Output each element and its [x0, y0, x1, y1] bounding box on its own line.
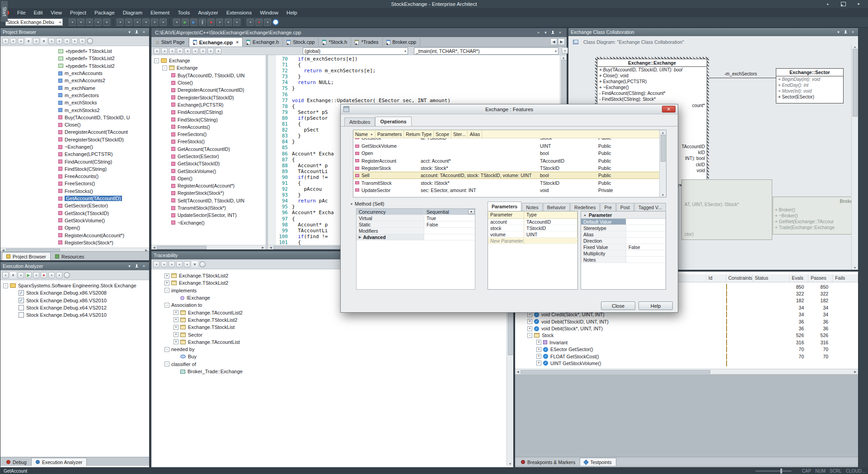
dropdown-icon[interactable]: [10, 272, 16, 278]
trace-item[interactable]: - classifier of: [151, 361, 513, 368]
copy-icon[interactable]: [125, 19, 132, 26]
record-icon[interactable]: [255, 19, 263, 26]
new-diagram-icon[interactable]: [10, 38, 16, 44]
dropdown-icon[interactable]: [41, 38, 47, 44]
find-icon[interactable]: [56, 38, 62, 44]
step-icon[interactable]: [56, 272, 62, 278]
config-checkbox[interactable]: [19, 305, 24, 310]
menu-item[interactable]: Diagram: [119, 8, 146, 17]
scroll-left-icon[interactable]: ◀: [151, 245, 157, 250]
tree-item[interactable]: Buy(TAccountID, TStockID, U: [0, 114, 149, 121]
grid-column-header[interactable]: Scope: [434, 130, 451, 138]
tree-item[interactable]: Sell(TAccountID, TStockID, UIN: [151, 197, 266, 204]
menu-item[interactable]: Analyzer: [194, 8, 222, 17]
config-checkbox[interactable]: [19, 312, 24, 318]
tree-item[interactable]: GetAccount(TAccountID): [151, 145, 266, 153]
property-row[interactable]: Notes: [581, 257, 666, 263]
pause-icon[interactable]: [199, 19, 206, 26]
step-into-icon[interactable]: [216, 19, 223, 26]
parameter-row[interactable]: volume UINT: [488, 231, 577, 238]
indent-icon[interactable]: [207, 48, 214, 54]
grid-column-header[interactable]: Ster...: [451, 130, 468, 138]
scope-combo[interactable]: (global)▾: [303, 47, 408, 55]
broker-class-box[interactable]: Broker: + Broker()+ ~Broker()+ GetNet(Ex…: [773, 197, 858, 235]
step-over-icon[interactable]: [225, 19, 232, 26]
tree-item[interactable]: DeregisterAccount(TAccount: [0, 128, 149, 136]
analyzer-config-item[interactable]: Stock Exchange.Debug.x86.VS2008: [0, 289, 149, 296]
scroll-right-icon[interactable]: ▶: [260, 245, 266, 250]
tree-item[interactable]: m_exchAccounts2: [0, 77, 149, 84]
column-header[interactable]: Passes: [808, 274, 833, 282]
property-row[interactable]: Multiplicity: [581, 250, 666, 257]
tree-item[interactable]: - Exchange: [151, 57, 266, 64]
tab-start[interactable]: Start: [1, 1, 8, 22]
tab-close-icon[interactable]: ×: [236, 40, 239, 45]
operation-row[interactable]: GetStockVolume UINT Public: [353, 142, 666, 150]
testpoint-row[interactable]: + ✓ void Debit(Stock*, UINT, INT) 36 36: [515, 325, 858, 332]
operation-row[interactable]: Open bool Public: [353, 150, 666, 157]
bookmark-icon[interactable]: [192, 48, 198, 54]
trace-item[interactable]: + Sector: [151, 331, 513, 338]
tree-item[interactable]: m_exchStocks: [0, 99, 149, 106]
window-icon[interactable]: [264, 19, 271, 26]
dropdown-icon[interactable]: ▼: [468, 209, 474, 214]
dialog-subtab[interactable]: Pre: [600, 203, 615, 211]
column-header[interactable]: Constraints: [726, 274, 753, 282]
menu-item[interactable]: Project: [66, 8, 90, 17]
dropdown-icon[interactable]: [25, 38, 32, 44]
analyzer-config-item[interactable]: Stock Exchange.Debug.x86.VS2010: [0, 297, 149, 304]
tree-item[interactable]: «typedef» TStockList2: [0, 62, 149, 70]
tree-item[interactable]: FindStock(CString): [0, 165, 149, 173]
menu-item[interactable]: Package: [90, 8, 119, 17]
tree-item[interactable]: «typedef» TStockList: [0, 47, 149, 55]
save-icon[interactable]: [77, 19, 84, 26]
profile-icon[interactable]: [33, 272, 39, 278]
panel-menu-icon[interactable]: ▾: [127, 29, 132, 35]
collapse-icon[interactable]: [79, 38, 85, 44]
testpoint-row[interactable]: + ✓ Invariant 316 316: [515, 339, 858, 346]
file-tab[interactable]: Start Page: [152, 38, 189, 47]
file-tab[interactable]: Broker.cpp: [383, 38, 421, 47]
print-icon[interactable]: [86, 19, 93, 26]
dialog-button[interactable]: Close: [601, 301, 635, 310]
column-header[interactable]: Status: [753, 274, 790, 282]
menu-item[interactable]: Window: [256, 8, 282, 17]
scroll-down-icon[interactable]: ▼: [660, 192, 666, 197]
tree-item[interactable]: GetStockVolume(): [0, 217, 149, 224]
panel-pin-icon[interactable]: [134, 29, 140, 35]
tree-item[interactable]: RegisterAccount(Account*): [0, 231, 149, 239]
tree-item[interactable]: DeregisterStock(TStockID): [0, 136, 149, 143]
paste-icon[interactable]: [134, 19, 141, 26]
filter-icon[interactable]: [169, 261, 175, 268]
minimize-icon[interactable]: [821, 0, 835, 7]
undo-icon[interactable]: [142, 19, 150, 26]
find-icon[interactable]: [177, 48, 183, 54]
tab-scroll-right-icon[interactable]: ▶: [558, 38, 565, 45]
vertical-scrollbar[interactable]: ▲ ▼: [659, 130, 666, 197]
edit-icon[interactable]: [33, 38, 39, 44]
scroll-left-icon[interactable]: ◀: [268, 245, 273, 250]
properties-icon[interactable]: [103, 19, 110, 26]
property-row[interactable]: ▶Virtual True▼: [357, 215, 475, 221]
property-row[interactable]: Stereotype: [581, 225, 666, 231]
operation-row[interactable]: RegisterStock stock: Stock* TStockID Pub…: [353, 164, 666, 172]
panel-close-icon[interactable]: ×: [557, 30, 563, 36]
dock-tab[interactable]: Project Browser: [2, 252, 51, 260]
panel-close-icon[interactable]: ×: [141, 29, 147, 35]
trace-item[interactable]: + Exchange.TStockList: [151, 324, 513, 331]
analyzer-config-item[interactable]: Stock Exchange.Debug.x64.VS2010: [0, 311, 149, 319]
dock-tab[interactable]: Testpoints: [580, 458, 616, 466]
trace-item[interactable]: - needed by: [151, 346, 513, 353]
help-ring-icon[interactable]: [272, 19, 279, 25]
file-tab[interactable]: Exchange.cpp ×: [189, 38, 243, 47]
file-tab[interactable]: Stock.cpp: [283, 38, 319, 47]
property-row[interactable]: ▶Advanced ▼: [357, 234, 475, 240]
refresh-icon[interactable]: [161, 261, 167, 268]
run-icon[interactable]: [182, 19, 189, 26]
horizontal-scrollbar[interactable]: ◀ ▶: [515, 369, 858, 374]
property-row[interactable]: Alias: [581, 231, 666, 238]
overflow-chevron-icon[interactable]: »: [535, 30, 541, 36]
property-row[interactable]: ▶Modifiers ▼: [357, 228, 475, 234]
panel-menu-icon[interactable]: ▾: [543, 30, 549, 36]
parameter-row[interactable]: stock TStockID: [488, 225, 577, 231]
